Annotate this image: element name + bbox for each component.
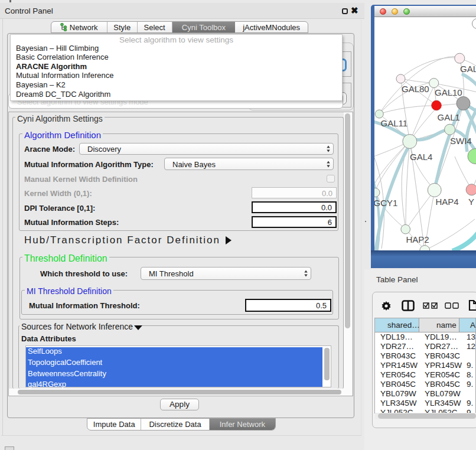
svg-text:GAL11: GAL11: [381, 118, 408, 128]
svg-text:HAP4: HAP4: [436, 197, 459, 207]
svg-text:SWI4: SWI4: [450, 136, 472, 146]
svg-text:GAL: GAL: [460, 64, 476, 74]
svg-text:HAP2: HAP2: [406, 234, 429, 244]
svg-text:GAL80: GAL80: [402, 84, 429, 94]
svg-text:GAL4: GAL4: [410, 152, 432, 162]
svg-text:GCY1: GCY1: [374, 198, 397, 208]
svg-text:GAL1: GAL1: [438, 112, 460, 122]
svg-text:Y: Y: [468, 197, 474, 207]
svg-text:GAL10: GAL10: [435, 87, 462, 97]
